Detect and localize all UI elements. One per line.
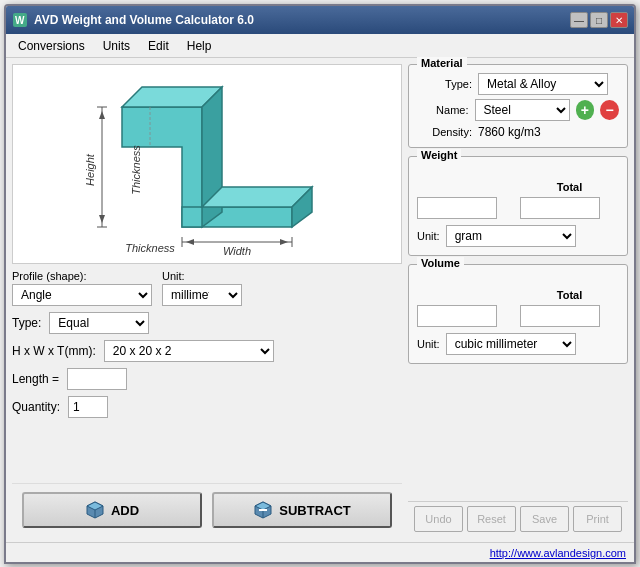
menu-conversions[interactable]: Conversions	[10, 37, 93, 55]
length-label: Length =	[12, 372, 59, 386]
svg-text:Thickness: Thickness	[125, 242, 175, 254]
menu-units[interactable]: Units	[95, 37, 138, 55]
weight-unit-row: Unit: gram	[417, 225, 619, 247]
menu-bar: Conversions Units Edit Help	[6, 34, 634, 58]
type-select[interactable]: Equal	[49, 312, 149, 334]
svg-text:Thickness: Thickness	[130, 144, 142, 194]
window-controls: — □ ✕	[570, 12, 628, 28]
volume-total-header: Total	[520, 289, 619, 301]
volume-unit-select[interactable]: cubic millimeter	[446, 333, 576, 355]
material-name-select[interactable]: Steel	[475, 99, 570, 121]
title-bar: W AVD Weight and Volume Calculator 6.0 —…	[6, 6, 634, 34]
svg-marker-18	[186, 239, 194, 245]
quantity-label: Quantity:	[12, 400, 60, 414]
weight-unit-label: Unit:	[417, 230, 440, 242]
profile-field-group: Profile (shape): Angle	[12, 270, 152, 306]
status-bar: http://www.avlandesign.com	[6, 542, 634, 562]
material-type-label: Type:	[417, 78, 472, 90]
weight-unit-select[interactable]: gram	[446, 225, 576, 247]
density-value: 7860 kg/m3	[478, 125, 541, 139]
add-cube-icon	[85, 500, 105, 520]
add-button[interactable]: ADD	[22, 492, 202, 528]
type-label: Type:	[12, 316, 41, 330]
unit-select[interactable]: millimeter	[162, 284, 242, 306]
unit-label: Unit:	[162, 270, 242, 282]
subtract-button[interactable]: SUBTRACT	[212, 492, 392, 528]
add-label: ADD	[111, 503, 139, 518]
minimize-button[interactable]: —	[570, 12, 588, 28]
material-title: Material	[417, 57, 467, 69]
density-row: Density: 7860 kg/m3	[417, 125, 619, 139]
svg-marker-12	[99, 215, 105, 223]
material-name-row: Name: Steel + −	[417, 99, 619, 121]
unit-field-group: Unit: millimeter	[162, 270, 242, 306]
dims-select[interactable]: 20 x 20 x 2	[104, 340, 274, 362]
weight-title: Weight	[417, 149, 461, 161]
density-label: Density:	[417, 126, 472, 138]
form-area: Profile (shape): Angle Unit: millimeter	[12, 270, 402, 418]
website-link[interactable]: http://www.avlandesign.com	[490, 547, 626, 559]
main-content: Thickness Height Thickness Width	[6, 58, 634, 542]
length-row: Length =	[12, 368, 402, 390]
left-panel: Thickness Height Thickness Width	[12, 64, 402, 536]
type-row: Type: Equal	[12, 312, 402, 334]
volume-title: Volume	[417, 257, 464, 269]
menu-edit[interactable]: Edit	[140, 37, 177, 55]
volume-group: Volume Total Unit: cubic millimeter	[408, 264, 628, 364]
dims-label: H x W x T(mm):	[12, 344, 96, 358]
material-group: Material Type: Metal & Alloy Name: Steel…	[408, 64, 628, 148]
weight-group: Weight Total Unit: gram	[408, 156, 628, 256]
volume-grid: Total	[417, 289, 619, 327]
material-type-select[interactable]: Metal & Alloy	[478, 73, 608, 95]
weight-total-header: Total	[520, 181, 619, 193]
remove-material-button[interactable]: −	[600, 100, 619, 120]
dims-row: H x W x T(mm): 20 x 20 x 2	[12, 340, 402, 362]
weight-col-header-empty	[417, 181, 516, 193]
window-title: AVD Weight and Volume Calculator 6.0	[34, 13, 254, 27]
volume-unit-row: Unit: cubic millimeter	[417, 333, 619, 355]
reset-button[interactable]: Reset	[467, 506, 516, 532]
profile-select[interactable]: Angle	[12, 284, 152, 306]
right-panel: Material Type: Metal & Alloy Name: Steel…	[408, 64, 628, 536]
svg-text:W: W	[15, 15, 25, 26]
action-area: ADD SUBTRACT	[12, 483, 402, 536]
weight-total-input[interactable]	[520, 197, 600, 219]
volume-unit-label: Unit:	[417, 338, 440, 350]
profile-label: Profile (shape):	[12, 270, 152, 282]
print-button[interactable]: Print	[573, 506, 622, 532]
subtract-label: SUBTRACT	[279, 503, 351, 518]
length-input[interactable]	[67, 368, 127, 390]
material-name-label: Name:	[417, 104, 469, 116]
add-material-button[interactable]: +	[576, 100, 595, 120]
app-icon: W	[12, 12, 28, 28]
material-type-row: Type: Metal & Alloy	[417, 73, 619, 95]
svg-marker-3	[182, 207, 292, 227]
close-button[interactable]: ✕	[610, 12, 628, 28]
maximize-button[interactable]: □	[590, 12, 608, 28]
undo-button[interactable]: Undo	[414, 506, 463, 532]
volume-col-header-empty	[417, 289, 516, 301]
weight-grid: Total	[417, 181, 619, 219]
svg-marker-19	[280, 239, 288, 245]
svg-text:Height: Height	[84, 153, 96, 186]
weight-value-input[interactable]	[417, 197, 497, 219]
volume-total-input[interactable]	[520, 305, 600, 327]
volume-value-input[interactable]	[417, 305, 497, 327]
subtract-cube-icon	[253, 500, 273, 520]
svg-text:Width: Width	[223, 245, 251, 257]
quantity-input[interactable]	[68, 396, 108, 418]
menu-help[interactable]: Help	[179, 37, 220, 55]
bottom-actions: Undo Reset Save Print	[408, 501, 628, 536]
shape-diagram: Thickness Height Thickness Width	[12, 64, 402, 264]
svg-marker-11	[99, 111, 105, 119]
save-button[interactable]: Save	[520, 506, 569, 532]
quantity-row: Quantity:	[12, 396, 402, 418]
profile-unit-row: Profile (shape): Angle Unit: millimeter	[12, 270, 402, 306]
